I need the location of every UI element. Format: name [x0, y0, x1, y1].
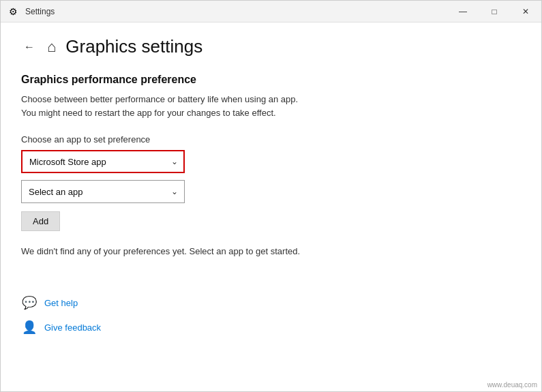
give-feedback-link[interactable]: Give feedback [44, 322, 101, 333]
minimize-button[interactable]: — [447, 1, 479, 22]
watermark: www.deuaq.com [487, 381, 537, 389]
home-icon: ⌂ [47, 38, 56, 56]
get-help-icon: 💬 [21, 295, 37, 311]
section-description: Choose between better performance or bat… [21, 93, 521, 119]
title-bar-controls: — □ ✕ [447, 1, 541, 22]
maximize-button[interactable]: □ [479, 1, 510, 22]
add-button[interactable]: Add [21, 211, 60, 231]
close-button[interactable]: ✕ [510, 1, 541, 22]
settings-app-icon: ⚙ [9, 6, 20, 17]
page-header: ← ⌂ Graphics settings [21, 36, 521, 57]
settings-window: ⚙ Settings — □ ✕ ← ⌂ Graphics settings G… [0, 0, 542, 392]
give-feedback-link-item[interactable]: 👤 Give feedback [21, 319, 521, 335]
title-bar-title: Settings [25, 7, 55, 16]
choose-app-label: Choose an app to set preference [21, 134, 521, 145]
title-bar-left: ⚙ Settings [9, 6, 55, 17]
desc-line2: You might need to restart the app for yo… [21, 108, 276, 118]
back-icon: ← [24, 41, 35, 52]
give-feedback-icon: 👤 [21, 319, 37, 335]
get-help-link-item[interactable]: 💬 Get help [21, 295, 521, 311]
footer-links: 💬 Get help 👤 Give feedback [21, 284, 521, 335]
select-app-dropdown[interactable]: Select an app [21, 180, 185, 203]
app-type-dropdown[interactable]: Microsoft Store app Classic app [21, 150, 185, 173]
main-content: ← ⌂ Graphics settings Graphics performan… [1, 22, 541, 391]
back-button[interactable]: ← [21, 38, 37, 56]
app-type-dropdown-container: Microsoft Store app Classic app ⌄ [21, 150, 185, 173]
no-preferences-text: We didn't find any of your preferences y… [21, 246, 521, 256]
title-bar: ⚙ Settings — □ ✕ [1, 1, 541, 22]
content-area: ← ⌂ Graphics settings Graphics performan… [1, 22, 541, 391]
get-help-link[interactable]: Get help [44, 298, 78, 308]
select-app-dropdown-container: Select an app ⌄ [21, 180, 185, 203]
page-title: Graphics settings [65, 36, 202, 57]
desc-line1: Choose between better performance or bat… [21, 94, 298, 104]
section-title: Graphics performance preference [21, 74, 521, 86]
